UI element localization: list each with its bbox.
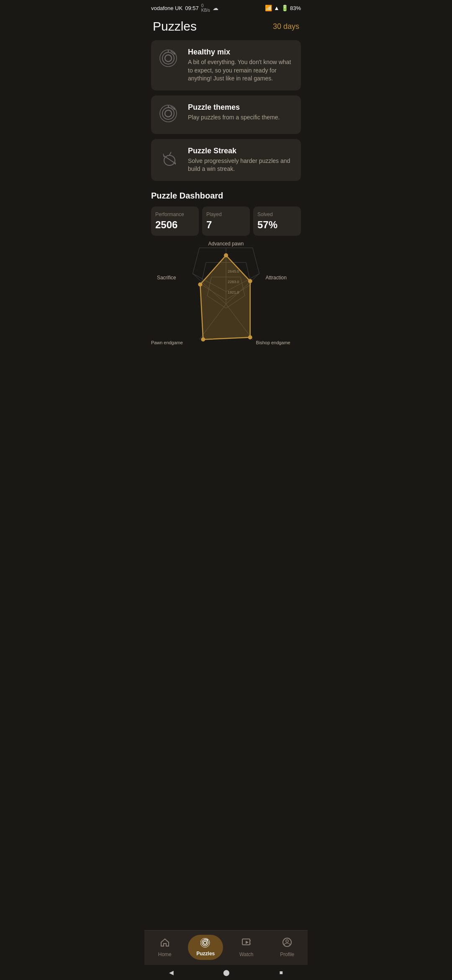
radar-chart: 1921.0 2283.0 2645.0 Advanced pawn Attr — [151, 236, 301, 374]
svg-text:Sacrifice: Sacrifice — [157, 275, 176, 281]
puzzle-streak-icon — [158, 147, 181, 170]
battery-text: 83% — [290, 5, 301, 11]
carrier-text: vodafone UK — [151, 5, 182, 11]
puzzle-themes-icon — [158, 103, 181, 126]
svg-point-31 — [248, 335, 252, 340]
puzzle-themes-title: Puzzle themes — [188, 103, 280, 112]
page-title: Puzzles — [153, 19, 197, 34]
svg-point-0 — [165, 55, 172, 62]
wifi-icon: 📶 — [265, 5, 272, 11]
puzzle-cards: Healthy mix A bit of everything. You don… — [144, 40, 308, 181]
time-text: 09:57 — [185, 5, 199, 11]
played-stat: Played 7 — [202, 206, 250, 236]
data-speed: 0KB/s — [201, 3, 210, 13]
performance-value: 2506 — [155, 219, 195, 231]
stats-row: Performance 2506 Played 7 Solved 57% — [151, 206, 301, 236]
puzzle-themes-card[interactable]: Puzzle themes Play puzzles from a specif… — [151, 95, 301, 134]
healthy-mix-desc: A bit of everything. You don't know what… — [188, 58, 294, 83]
status-bar: vodafone UK 09:57 0KB/s ☁ 📶 ▲ 🔋 83% — [144, 0, 308, 14]
solved-stat: Solved 57% — [253, 206, 301, 236]
status-left: vodafone UK 09:57 0KB/s ☁ — [151, 3, 218, 13]
page-header: Puzzles 30 days — [144, 14, 308, 40]
days-filter[interactable]: 30 days — [273, 22, 299, 31]
svg-line-14 — [163, 155, 176, 164]
puzzle-streak-card[interactable]: Puzzle Streak Solve progressively harder… — [151, 139, 301, 181]
svg-line-12 — [168, 106, 173, 110]
svg-text:Advanced pawn: Advanced pawn — [208, 241, 244, 247]
solved-label: Solved — [257, 211, 297, 217]
played-label: Played — [206, 211, 246, 217]
svg-point-33 — [198, 282, 202, 286]
healthy-mix-card[interactable]: Healthy mix A bit of everything. You don… — [151, 40, 301, 90]
svg-point-32 — [201, 338, 205, 342]
svg-text:Bishop endgame: Bishop endgame — [256, 340, 290, 345]
performance-label: Performance — [155, 211, 195, 217]
puzzle-dashboard: Puzzle Dashboard Performance 2506 Played… — [144, 181, 308, 379]
svg-point-29 — [224, 253, 228, 258]
puzzle-streak-desc: Solve progressively harder puzzles and b… — [188, 157, 294, 173]
cloud-icon: ☁ — [213, 5, 218, 11]
puzzle-streak-title: Puzzle Streak — [188, 147, 294, 155]
svg-point-30 — [248, 279, 252, 283]
healthy-mix-content: Healthy mix A bit of everything. You don… — [188, 48, 294, 83]
svg-text:Attraction: Attraction — [265, 275, 286, 281]
played-value: 7 — [206, 219, 246, 231]
puzzle-themes-content: Puzzle themes Play puzzles from a specif… — [188, 103, 280, 122]
radar-svg: 1921.0 2283.0 2645.0 Advanced pawn Attr — [151, 239, 301, 369]
svg-line-16 — [163, 154, 164, 157]
puzzle-streak-content: Puzzle Streak Solve progressively harder… — [188, 147, 294, 173]
solved-value: 57% — [257, 219, 297, 231]
signal-icon: ▲ — [274, 5, 280, 11]
puzzle-themes-desc: Play puzzles from a specific theme. — [188, 113, 280, 122]
svg-point-6 — [165, 110, 172, 117]
svg-point-1 — [162, 52, 174, 64]
healthy-mix-icon — [158, 48, 181, 71]
healthy-mix-title: Healthy mix — [188, 48, 294, 57]
battery-icon: 🔋 — [281, 5, 288, 11]
svg-marker-28 — [200, 255, 250, 340]
status-right: 📶 ▲ 🔋 83% — [265, 5, 301, 11]
dashboard-title: Puzzle Dashboard — [151, 191, 301, 201]
svg-text:Pawn endgame: Pawn endgame — [151, 340, 183, 345]
performance-stat: Performance 2506 — [151, 206, 199, 236]
